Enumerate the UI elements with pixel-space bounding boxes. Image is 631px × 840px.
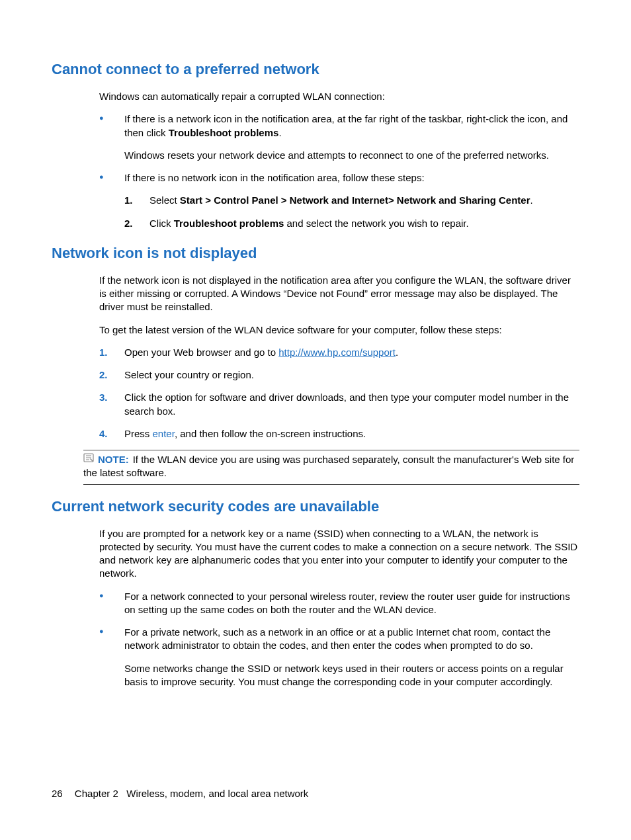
text: For a private network, such as a network…: [124, 626, 550, 651]
list-item: 2. Click Troubleshoot problems and selec…: [124, 217, 579, 230]
chapter-label: Chapter 2 Wireless, modem, and local are…: [75, 788, 309, 799]
support-link[interactable]: http://www.hp.com/support: [278, 347, 396, 358]
paragraph: Windows resets your network device and a…: [124, 149, 579, 162]
document-page: Cannot connect to a preferred network Wi…: [0, 0, 631, 840]
note-label: NOTE:: [98, 454, 129, 465]
text: Select: [149, 194, 180, 206]
list-item: 3. Click the option for software and dri…: [99, 391, 579, 418]
keycap-enter: enter: [153, 428, 175, 439]
bold-text: Start > Control Panel > Network and Inte…: [180, 194, 530, 206]
paragraph: Some networks change the SSID or network…: [124, 662, 579, 689]
bold-text: Troubleshoot problems: [169, 127, 279, 138]
paragraph: If the network icon is not displayed in …: [99, 274, 579, 314]
bold-text: Troubleshoot problems: [174, 218, 284, 229]
list-item: If there is no network icon in the notif…: [99, 171, 579, 230]
list-item: If there is a network icon in the notifi…: [99, 112, 579, 162]
text: Select your country or region.: [124, 369, 254, 380]
step-number: 2.: [124, 217, 133, 230]
text: .: [530, 194, 533, 206]
text: Click: [149, 218, 174, 229]
list-item: 1. Select Start > Control Panel > Networ…: [124, 194, 579, 207]
text: , and then follow the on-screen instruct…: [175, 428, 366, 439]
step-number: 1.: [124, 194, 133, 207]
list-item: 4. Press enter, and then follow the on-s…: [99, 427, 579, 441]
list-item: For a network connected to your personal…: [99, 590, 579, 617]
heading-security-codes: Current network security codes are unava…: [52, 498, 579, 515]
page-number: 26: [52, 788, 63, 799]
heading-cannot-connect: Cannot connect to a preferred network: [52, 61, 579, 78]
text: Open your Web browser and go to: [124, 347, 278, 358]
step-number: 1.: [99, 346, 108, 359]
text: .: [278, 127, 281, 138]
page-footer: 26 Chapter 2 Wireless, modem, and local …: [52, 788, 308, 799]
note-icon: [83, 453, 94, 462]
paragraph: Windows can automatically repair a corru…: [99, 90, 579, 103]
list-item: 2. Select your country or region.: [99, 368, 579, 382]
text: .: [396, 347, 398, 358]
step-number: 3.: [99, 391, 108, 404]
text: For a network connected to your personal…: [124, 591, 570, 615]
text: Press: [124, 428, 153, 439]
text: Click the option for software and driver…: [124, 392, 569, 416]
step-number: 2.: [99, 368, 108, 382]
step-number: 4.: [99, 427, 108, 441]
list-item: 1. Open your Web browser and go to http:…: [99, 346, 579, 359]
text: If there is no network icon in the notif…: [124, 172, 425, 183]
note-text: If the WLAN device you are using was pur…: [83, 454, 574, 478]
text: and select the network you wish to repai…: [284, 218, 468, 229]
paragraph: To get the latest version of the WLAN de…: [99, 323, 579, 337]
heading-network-icon: Network icon is not displayed: [52, 245, 579, 262]
note-box: NOTE:If the WLAN device you are using wa…: [83, 450, 579, 485]
paragraph: If you are prompted for a network key or…: [99, 527, 579, 581]
list-item: For a private network, such as a network…: [99, 626, 579, 689]
